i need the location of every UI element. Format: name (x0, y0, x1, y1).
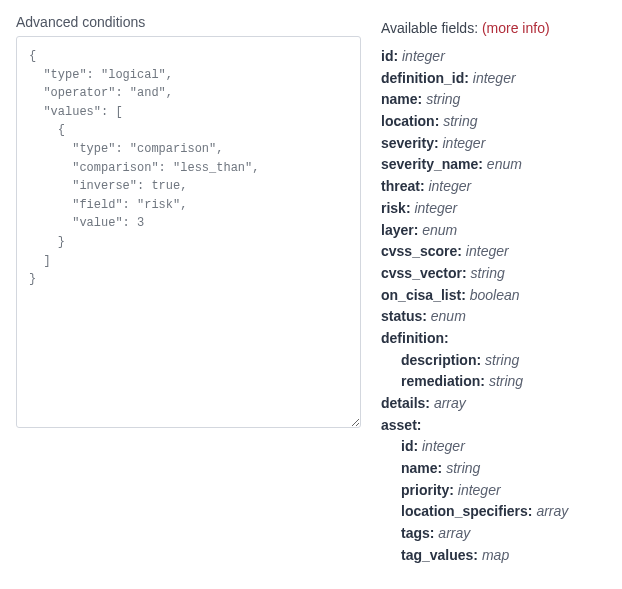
field-item: severity: integer (381, 133, 606, 155)
field-name: description: (401, 352, 481, 368)
field-type: string (446, 460, 480, 476)
field-list: id: integerdefinition_id: integername: s… (381, 46, 606, 567)
field-item: location_specifiers: array (401, 501, 606, 523)
field-type: integer (473, 70, 516, 86)
field-item: severity_name: enum (381, 154, 606, 176)
field-type: string (471, 265, 505, 281)
field-item: id: integer (401, 436, 606, 458)
field-name: tags: (401, 525, 434, 541)
field-name: severity: (381, 135, 439, 151)
field-type: enum (487, 156, 522, 172)
field-type: integer (414, 200, 457, 216)
field-type: array (438, 525, 470, 541)
field-item: details: array (381, 393, 606, 415)
advanced-conditions-textarea[interactable] (16, 36, 361, 428)
field-name: location_specifiers: (401, 503, 533, 519)
field-name: details: (381, 395, 430, 411)
field-name: id: (381, 48, 398, 64)
field-item: risk: integer (381, 198, 606, 220)
field-name: name: (381, 91, 422, 107)
field-item: location: string (381, 111, 606, 133)
field-name: definition: (381, 330, 449, 346)
field-type: enum (431, 308, 466, 324)
field-type: integer (442, 135, 485, 151)
nested-field-list: id: integername: stringpriority: integer… (381, 436, 606, 566)
field-item: id: integer (381, 46, 606, 68)
field-item: on_cisa_list: boolean (381, 285, 606, 307)
field-item: cvss_score: integer (381, 241, 606, 263)
field-name: remediation: (401, 373, 485, 389)
field-name: cvss_vector: (381, 265, 467, 281)
field-name: location: (381, 113, 439, 129)
field-item: asset: (381, 415, 606, 437)
available-fields-header: Available fields: (more info) (381, 20, 606, 36)
more-info-link[interactable]: (more info) (482, 20, 550, 36)
field-item: name: string (381, 89, 606, 111)
field-item: layer: enum (381, 220, 606, 242)
field-type: integer (458, 482, 501, 498)
field-type: enum (422, 222, 457, 238)
field-type: boolean (470, 287, 520, 303)
field-type: string (426, 91, 460, 107)
field-type: integer (422, 438, 465, 454)
field-name: on_cisa_list: (381, 287, 466, 303)
field-item: tags: array (401, 523, 606, 545)
field-type: array (536, 503, 568, 519)
nested-field-list: description: stringremediation: string (381, 350, 606, 393)
field-name: id: (401, 438, 418, 454)
field-name: definition_id: (381, 70, 469, 86)
field-name: risk: (381, 200, 411, 216)
field-item: cvss_vector: string (381, 263, 606, 285)
field-type: string (443, 113, 477, 129)
field-item: definition: (381, 328, 606, 350)
field-name: tag_values: (401, 547, 478, 563)
field-item: description: string (401, 350, 606, 372)
field-item: tag_values: map (401, 545, 606, 567)
field-item: priority: integer (401, 480, 606, 502)
field-item: status: enum (381, 306, 606, 328)
field-name: priority: (401, 482, 454, 498)
field-type: map (482, 547, 509, 563)
field-type: integer (402, 48, 445, 64)
field-name: status: (381, 308, 427, 324)
field-type: array (434, 395, 466, 411)
field-item: definition_id: integer (381, 68, 606, 90)
field-name: threat: (381, 178, 425, 194)
available-fields-label: Available fields: (381, 20, 478, 36)
field-name: severity_name: (381, 156, 483, 172)
field-item: remediation: string (401, 371, 606, 393)
field-name: asset: (381, 417, 421, 433)
field-type: integer (428, 178, 471, 194)
field-item: threat: integer (381, 176, 606, 198)
field-type: string (485, 352, 519, 368)
field-name: layer: (381, 222, 418, 238)
field-type: integer (466, 243, 509, 259)
field-type: string (489, 373, 523, 389)
advanced-conditions-panel: Advanced conditions (16, 14, 361, 575)
available-fields-panel: Available fields: (more info) id: intege… (381, 14, 606, 575)
field-item: name: string (401, 458, 606, 480)
field-name: cvss_score: (381, 243, 462, 259)
advanced-conditions-label: Advanced conditions (16, 14, 361, 30)
field-name: name: (401, 460, 442, 476)
